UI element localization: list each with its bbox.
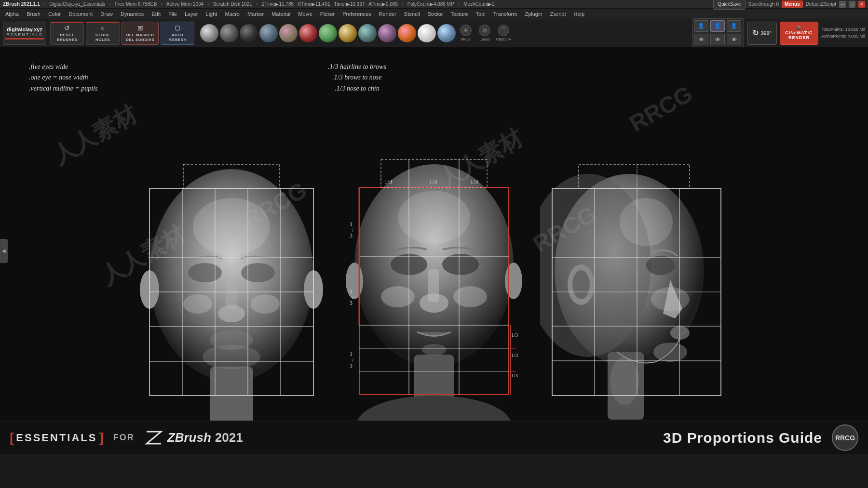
quicksave-button[interactable]: QuickSave (713, 0, 745, 10)
material-sphere-5[interactable] (279, 24, 298, 42)
material-sphere-2[interactable] (220, 24, 238, 42)
menu-dynamics[interactable]: Dynamics (117, 10, 147, 18)
menu-material[interactable]: Material (268, 10, 294, 18)
rrcg-text: RRCG (835, 434, 855, 442)
del-masked-button[interactable]: ⊠ DEL MASKEDDEL SUBDIVS (122, 22, 159, 45)
zbrush-year: 2021 (215, 430, 243, 445)
menu-render[interactable]: Render (376, 10, 400, 18)
maximize-button[interactable]: □ (849, 1, 855, 8)
annotation-center-line1: .1/3 hairline to brows (328, 62, 386, 72)
material-sphere-1[interactable] (200, 24, 218, 42)
total-points-label: TotalPoints: 12.855 Mil (821, 26, 865, 33)
material-sphere-12[interactable] (418, 24, 436, 42)
menus-button[interactable]: Menus (782, 0, 803, 8)
material-sphere-11[interactable] (398, 24, 416, 42)
front-head-grid (135, 159, 328, 439)
face-view-5[interactable]: 👁 (710, 34, 725, 45)
cinematic-render-button[interactable]: 🎬 CINeMATIC RENDER (780, 22, 818, 45)
meshcount: MeshCount▶2 (463, 1, 495, 7)
lasso-tool[interactable]: ⊙ Lasso (476, 22, 493, 45)
360-button[interactable]: ↻ 360° (747, 22, 777, 45)
annotation-line2: .one eye = nose width (29, 72, 97, 83)
svg-rect-22 (183, 164, 280, 188)
lasso-icon: ⊙ (479, 25, 490, 36)
remesh-icon: ⬡ (175, 24, 180, 32)
center-head-grid: 1/3 1/3 1/3 1 / 3 1 / 3 1 / 3 1/3 1/3 (342, 155, 526, 439)
menu-light[interactable]: Light (203, 10, 221, 18)
menu-edit[interactable]: Edit (148, 10, 164, 18)
material-sphere-8[interactable] (339, 24, 357, 42)
menu-draw[interactable]: Draw (97, 10, 116, 18)
svg-text:1: 1 (350, 351, 353, 357)
material-sphere-7[interactable] (319, 24, 337, 42)
svg-text:1/3: 1/3 (470, 178, 478, 185)
annotation-line1: .five eyes wide (29, 62, 97, 72)
face-view-6[interactable]: 👁 (727, 34, 741, 45)
zbrush-logo-svg (144, 429, 163, 446)
close-button[interactable]: ✕ (858, 1, 865, 8)
del-masked-icon: ⊠ (137, 24, 143, 32)
zbrush-logo: ZBrush 2021 (144, 429, 243, 446)
svg-text:3: 3 (350, 232, 353, 239)
material-sphere-9[interactable] (358, 24, 377, 42)
face-view-1[interactable]: 👤 (694, 20, 708, 32)
lasso-label: Lasso (479, 37, 489, 41)
menu-movie[interactable]: Movie (295, 10, 315, 18)
minimize-button[interactable]: ─ (839, 1, 846, 8)
rrcg-badge: RRCG (832, 424, 858, 451)
side-head-grid (540, 159, 733, 439)
menu-help[interactable]: Help (570, 10, 588, 18)
menu-stroke[interactable]: Stroke (424, 10, 447, 18)
reset-brushes-button[interactable]: ↺ RESETBRUSHES (50, 22, 84, 45)
face-view-3[interactable]: 👤 (727, 20, 741, 32)
face-view-4[interactable]: 👁 (694, 34, 708, 45)
material-sphere-10[interactable] (378, 24, 396, 42)
cinematic-label-1: 🎬 (796, 26, 801, 30)
menu-transform[interactable]: Transform (490, 10, 521, 18)
menu-texture[interactable]: Texture (447, 10, 471, 18)
svg-rect-36 (359, 187, 509, 395)
main-viewport[interactable]: 人人素材 RRCG 人人素材 RRCG 人人素材 RRCG ◀ .five ey… (0, 47, 868, 454)
menu-document[interactable]: Document (65, 10, 96, 18)
menu-stencil[interactable]: Stencil (401, 10, 423, 18)
menu-picker[interactable]: Picker (317, 10, 339, 18)
menu-macro[interactable]: Macro (221, 10, 243, 18)
menu-color[interactable]: Color (45, 10, 64, 18)
menu-preferences[interactable]: Preferences (339, 10, 374, 18)
head-front-panel (135, 159, 328, 439)
material-sphere-6[interactable] (299, 24, 317, 42)
bottom-bar: [ ESSENTIALS ] FOR ZBrush 2021 3D Propor… (0, 421, 868, 454)
menu-layer[interactable]: Layer (181, 10, 202, 18)
clip-curve-tool[interactable]: ⌒ ClipCurv (495, 22, 512, 45)
logo-sub-text: ESSENTIALS (6, 32, 43, 37)
move-tool[interactable]: ✛ Move (457, 22, 475, 45)
menu-brush[interactable]: Brush (23, 10, 44, 18)
for-text: FOR (113, 433, 135, 443)
menu-alpha[interactable]: Alpha (2, 10, 22, 18)
annotation-center-line2: .1/3 brows to nose (328, 72, 386, 83)
mem-free: Free Mem 6.758GB (115, 1, 157, 7)
auto-remesh-button[interactable]: ⬡ AUTOREMESH (161, 22, 194, 45)
active-points-label: ActivePoints: 4.085 Mil (821, 33, 865, 40)
360-label: 360° (760, 30, 772, 36)
menu-tool[interactable]: Tool (473, 10, 489, 18)
app-title: ZBrush 2021.1.1 (3, 1, 40, 7)
menu-file[interactable]: File (165, 10, 180, 18)
material-sphere-13[interactable] (437, 24, 456, 42)
ztime: ZTime▶11.785 (262, 1, 294, 7)
logo-progress-bar (5, 38, 44, 40)
menu-marker[interactable]: Marker (244, 10, 267, 18)
top-info-bar: ZBrush 2021.1.1 • DigitalClay.xyz_Essent… (0, 0, 868, 9)
material-sphere-palette: ✛ Move ⊙ Lasso ⌒ ClipCurv (196, 22, 690, 45)
menu-zplugin[interactable]: Zplugin (521, 10, 545, 18)
close-holes-button[interactable]: ○ CLOSEHOLES (86, 22, 120, 45)
sidebar-toggle[interactable]: ◀ (0, 239, 8, 263)
360-icon: ↻ (752, 28, 759, 38)
face-view-2[interactable]: 👤 (710, 20, 725, 32)
bracket-open: [ (10, 430, 14, 446)
material-sphere-3[interactable] (240, 24, 258, 42)
menu-zscript[interactable]: Zscript (547, 10, 570, 18)
mem-active: Active Mem 2094 (166, 1, 203, 7)
bottom-right: 3D Proportions Guide RRCG (663, 424, 858, 451)
material-sphere-4[interactable] (259, 24, 278, 42)
